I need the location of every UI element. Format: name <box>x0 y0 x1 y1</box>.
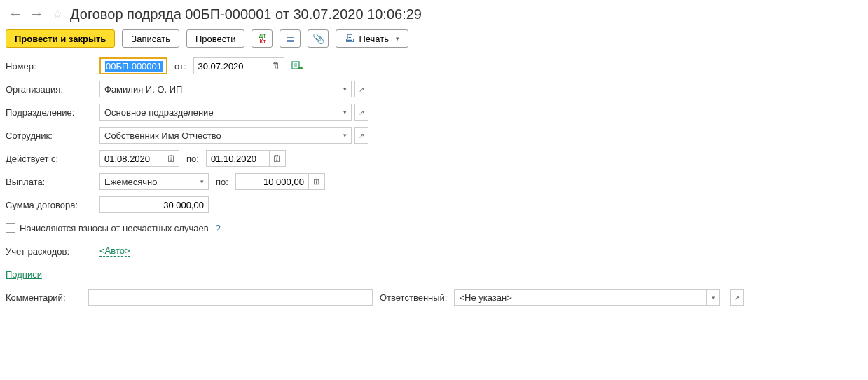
post-button[interactable]: Провести <box>186 29 245 48</box>
contract-sum-input[interactable] <box>99 196 209 213</box>
payment-type-input[interactable]: Ежемесячно <box>99 173 195 190</box>
responsible-dropdown-button[interactable]: ▾ <box>706 289 720 306</box>
department-open-button[interactable]: ↗ <box>354 104 368 121</box>
navigate-icon[interactable] <box>291 61 303 71</box>
calendar-icon: 🗓 <box>271 61 280 72</box>
accident-insurance-checkbox[interactable] <box>6 223 15 233</box>
employee-dropdown-button[interactable]: ▾ <box>338 127 352 144</box>
printer-icon: 🖶 <box>345 33 354 44</box>
date-picker-button[interactable]: 🗓 <box>268 57 284 74</box>
valid-to-picker-button[interactable]: 🗓 <box>269 150 286 167</box>
comment-label: Комментарий: <box>6 292 81 303</box>
valid-to-input[interactable] <box>206 150 269 167</box>
organization-label: Организация: <box>6 84 99 95</box>
responsible-label: Ответственный: <box>380 292 447 303</box>
chevron-down-icon: ▾ <box>396 35 399 42</box>
employee-label: Сотрудник: <box>6 130 99 141</box>
per-label: по: <box>209 177 235 187</box>
payment-label: Выплата: <box>6 177 99 187</box>
svg-rect-0 <box>292 62 299 69</box>
payment-type-dropdown-button[interactable]: ▾ <box>195 173 209 190</box>
forward-button[interactable]: 🡒 <box>27 6 46 22</box>
number-input[interactable]: 00БП-000001 <box>99 57 167 74</box>
employee-open-button[interactable]: ↗ <box>354 127 368 144</box>
help-icon[interactable]: ? <box>216 223 221 233</box>
list-icon: ▤ <box>286 33 295 44</box>
payment-amount-input[interactable] <box>235 173 308 190</box>
department-label: Подразделение: <box>6 107 99 118</box>
calendar-icon: 🗓 <box>273 154 282 164</box>
signatures-link[interactable]: Подписи <box>6 269 42 280</box>
contract-sum-label: Сумма договора: <box>6 200 99 210</box>
page-title: Договор подряда 00БП-000001 от 30.07.202… <box>70 6 422 22</box>
attachments-button[interactable]: 📎 <box>308 29 329 48</box>
number-label: Номер: <box>6 61 99 72</box>
valid-from-picker-button[interactable]: 🗓 <box>163 150 179 167</box>
employee-input[interactable]: Собственник Имя Отчество <box>99 127 338 144</box>
organization-dropdown-button[interactable]: ▾ <box>338 81 352 97</box>
back-button[interactable]: 🡐 <box>6 6 25 22</box>
comment-input[interactable] <box>88 289 373 306</box>
toolbar: Провести и закрыть Записать Провести ДтК… <box>6 29 862 48</box>
department-input[interactable]: Основное подразделение <box>99 104 338 121</box>
responsible-open-button[interactable]: ↗ <box>730 289 744 306</box>
responsible-input[interactable]: <Не указан> <box>454 289 706 306</box>
accident-insurance-label: Начисляются взносы от несчастных случаев <box>20 223 209 233</box>
post-and-close-button[interactable]: Провести и закрыть <box>6 29 115 48</box>
department-dropdown-button[interactable]: ▾ <box>338 104 352 121</box>
date-input[interactable] <box>193 57 268 74</box>
expense-accounting-label: Учет расходов: <box>6 246 99 257</box>
from-label: от: <box>167 61 193 72</box>
organization-input[interactable]: Фамилия И. О. ИП <box>99 81 338 97</box>
dtkt-icon: ДтКт <box>259 33 266 44</box>
save-button[interactable]: Записать <box>122 29 179 48</box>
to-label: по: <box>179 154 206 164</box>
expense-auto-link[interactable]: <Авто> <box>99 245 130 257</box>
paperclip-icon: 📎 <box>312 33 324 44</box>
valid-from-label: Действует с: <box>6 154 99 164</box>
calculator-button[interactable]: ⊞ <box>308 173 325 190</box>
print-button[interactable]: 🖶 Печать ▾ <box>336 29 408 48</box>
reports-button[interactable]: ▤ <box>280 29 301 48</box>
calculator-icon: ⊞ <box>313 177 319 186</box>
calendar-icon: 🗓 <box>167 154 176 164</box>
favorite-star-icon[interactable]: ☆ <box>49 6 66 22</box>
valid-from-input[interactable] <box>99 150 163 167</box>
print-label: Печать <box>359 34 389 44</box>
organization-open-button[interactable]: ↗ <box>354 81 368 97</box>
dtkt-button[interactable]: ДтКт <box>252 29 273 48</box>
